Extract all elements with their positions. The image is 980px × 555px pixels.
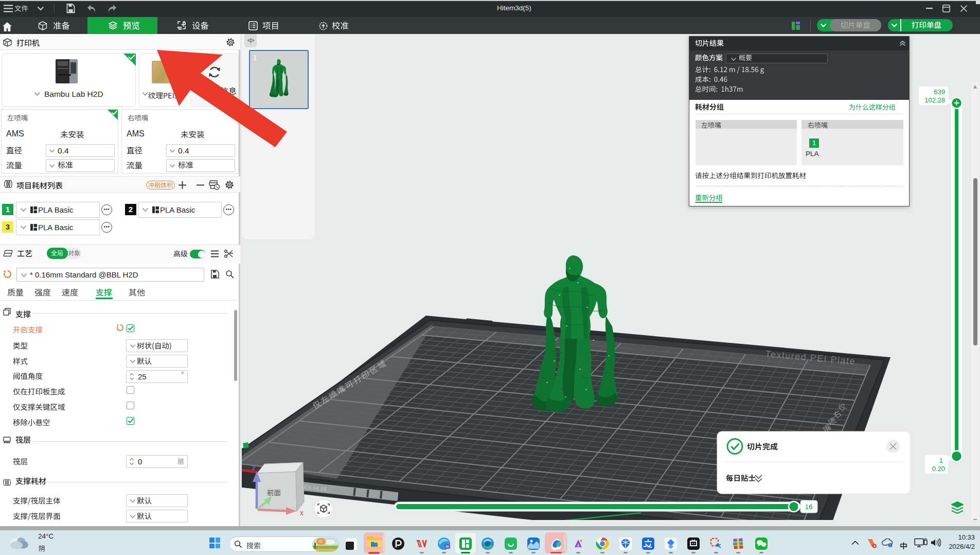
svg-text:z: z: [252, 464, 256, 472]
svg-text:16: 16: [805, 503, 812, 511]
svg-text:1: 1: [939, 457, 943, 464]
svg-text:x: x: [300, 509, 304, 517]
svg-text:102.28: 102.28: [924, 96, 945, 104]
svg-text:AI: AI: [446, 545, 449, 548]
svg-text:639: 639: [934, 88, 945, 96]
svg-text:0.20: 0.20: [932, 465, 945, 473]
